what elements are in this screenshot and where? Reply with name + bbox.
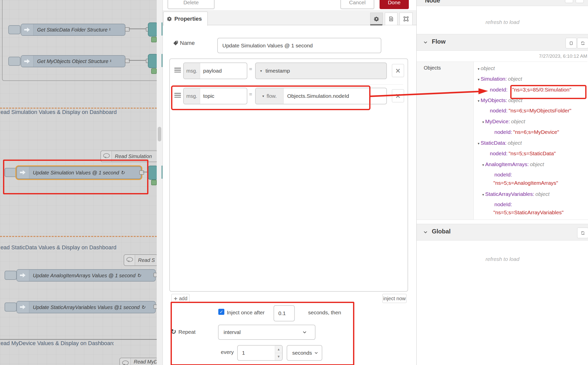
comment-node[interactable]: Read MyD xyxy=(119,358,158,365)
tree-row[interactable]: "ns=5;s=StaticArrayVariables" xyxy=(493,209,564,216)
opcua-node[interactable] xyxy=(148,54,158,68)
tab-properties[interactable]: Properties xyxy=(163,12,208,26)
tree-value: "ns=6;s=MyObjectsFolder" xyxy=(509,108,571,113)
every-value-input[interactable]: 1 ▲ ▼ xyxy=(237,345,283,361)
node-label: Update StaticArrayVariables Values @1 se… xyxy=(29,304,145,310)
chevron-down-icon xyxy=(314,351,318,355)
tree-type: object xyxy=(530,161,544,167)
delete-rule-button[interactable]: × xyxy=(392,64,404,77)
group-label: Read StaticData Values & Display on Dash… xyxy=(0,244,121,252)
inject-node[interactable]: Update StaticArrayVariables Values @1 se… xyxy=(16,301,156,313)
tree-row[interactable]: ▾ Simulation: object xyxy=(478,76,522,82)
tree-row[interactable]: nodeId: "ns=5;s=StaticData" xyxy=(490,150,556,157)
inject-node[interactable]: Get StaticData Folder Structure ¹ xyxy=(21,24,125,36)
tree-value: "ns=6;s=MyDevice" xyxy=(513,129,559,135)
refresh-button[interactable] xyxy=(577,228,588,238)
tree-row[interactable]: ▾ MyObjects: object xyxy=(478,97,522,103)
tree-row[interactable]: "ns=5;s=AnalogItemArrays" xyxy=(493,180,558,186)
rule-property-input[interactable]: msg. topic xyxy=(183,88,247,104)
inject-button[interactable] xyxy=(5,168,17,177)
caret-down-icon: ▾ xyxy=(478,67,479,71)
expand-button[interactable] xyxy=(566,38,577,48)
inject-node[interactable]: Update AnalogItemArrays Values @ 1 secon… xyxy=(16,269,156,282)
tree-row[interactable]: ▾ object xyxy=(478,65,495,71)
name-input[interactable]: Update Simulation Values @ 1 second xyxy=(217,38,381,53)
tab-button-description[interactable] xyxy=(385,13,397,25)
done-button[interactable]: Done xyxy=(380,0,409,9)
tree-row[interactable]: ▾ MyDevice: object xyxy=(482,118,525,125)
node-status-dot xyxy=(151,37,157,42)
rule-value-dropdown[interactable]: ▾ flow. Objects.Simulation.nodeId xyxy=(255,88,387,104)
rule-property: topic xyxy=(203,93,214,99)
output-port[interactable] xyxy=(139,170,144,175)
global-refresh-hint: refresh to load xyxy=(417,256,588,262)
comment-icon xyxy=(124,255,135,265)
inject-button[interactable] xyxy=(8,25,20,34)
node-section-header[interactable]: Node xyxy=(417,0,588,6)
tree-row-highlighted[interactable]: nodeId: "ns=3;s=85/0:Simulation" xyxy=(490,87,571,93)
tree-row[interactable]: ▾ StaticArrayVariables: object xyxy=(482,191,550,197)
group-label: Read Simulation Values & Display on Dash… xyxy=(0,109,119,116)
flow-context-chip: ▾ flow. xyxy=(256,88,284,104)
caret-down-icon: ▾ xyxy=(260,69,262,73)
inject-once-checkbox[interactable]: ✓ xyxy=(218,309,224,315)
inject-once-delay-input[interactable]: 0.1 xyxy=(274,305,295,321)
tree-type: object xyxy=(480,65,495,71)
inject-node[interactable]: Get MyObjects Object Structure ¹ xyxy=(21,55,125,67)
tab-button-properties[interactable] xyxy=(370,13,383,25)
comment-icon xyxy=(120,358,131,365)
inject-button[interactable] xyxy=(5,302,17,312)
inject-button[interactable] xyxy=(5,271,17,280)
tree-value: "ns=5;s=StaticData" xyxy=(509,150,556,156)
flow-canvas[interactable]: Get StaticData Folder Structure ¹ Get My… xyxy=(0,0,163,365)
drag-handle-icon[interactable] xyxy=(174,93,181,98)
rule-value-dropdown[interactable]: ▾ timestamp xyxy=(255,63,387,79)
opcua-node[interactable] xyxy=(148,166,158,180)
tree-key: nodeId: xyxy=(494,129,512,135)
node-refresh-hint: refresh to load xyxy=(417,19,588,25)
comment-icon xyxy=(101,151,112,162)
canvas-scrollbar-thumb[interactable] xyxy=(158,127,161,141)
every-unit-select[interactable]: seconds xyxy=(287,345,322,361)
repeat-select[interactable]: interval xyxy=(218,325,315,340)
tree-type: object xyxy=(535,191,549,197)
comment-node[interactable]: Read Simulation xyxy=(100,150,158,162)
add-rule-button[interactable]: + add xyxy=(171,294,190,303)
number-spinner[interactable]: ▲ ▼ xyxy=(275,346,282,360)
node-label: Get MyObjects Object Structure ¹ xyxy=(34,58,112,64)
cancel-button[interactable]: Cancel xyxy=(340,0,374,9)
rule-property-input[interactable]: msg. payload xyxy=(183,63,247,79)
tree-row[interactable]: nodeId: "ns=6;s=MyDevice" xyxy=(494,129,559,135)
global-section-header[interactable]: Global xyxy=(417,224,588,240)
opcua-node[interactable] xyxy=(148,22,158,37)
gear-icon xyxy=(167,16,172,21)
tree-row[interactable]: ▾ StaticData: object xyxy=(478,140,522,146)
tree-key: Simulation: xyxy=(480,76,507,82)
output-port[interactable] xyxy=(125,59,130,63)
comment-node[interactable]: Read S xyxy=(124,254,158,266)
flow-group-structure xyxy=(2,0,165,81)
group-border-dashed xyxy=(0,236,157,237)
spinner-down-icon: ▼ xyxy=(278,355,280,358)
tree-row[interactable]: nodeId: xyxy=(494,172,512,178)
inject-node-selected[interactable]: Update Simulation Values @ 1 second ↻ xyxy=(16,166,141,179)
refresh-button[interactable] xyxy=(577,38,588,48)
inject-now-button[interactable]: inject now xyxy=(382,294,407,303)
section-button[interactable] xyxy=(576,0,584,3)
tab-button-appearance[interactable] xyxy=(399,13,413,25)
tree-row[interactable]: ▾ AnalogItemArrays: object xyxy=(482,161,544,167)
wire xyxy=(143,172,148,172)
section-button[interactable] xyxy=(565,0,573,3)
tree-type: object xyxy=(508,140,522,146)
delete-button[interactable]: Delete xyxy=(168,0,215,9)
delete-rule-button[interactable]: × xyxy=(392,89,404,102)
msg-prefix: msg. xyxy=(184,63,200,79)
inject-button[interactable] xyxy=(8,57,20,66)
drag-handle-icon[interactable] xyxy=(174,68,181,73)
tree-row[interactable]: nodeId: xyxy=(494,201,512,207)
output-port[interactable] xyxy=(125,27,130,32)
square-icon xyxy=(569,41,573,45)
rule-divider xyxy=(173,84,403,85)
tree-row[interactable]: nodeId: "ns=6;s=MyObjectsFolder" xyxy=(490,108,571,114)
flow-section-header[interactable]: Flow xyxy=(417,34,588,51)
